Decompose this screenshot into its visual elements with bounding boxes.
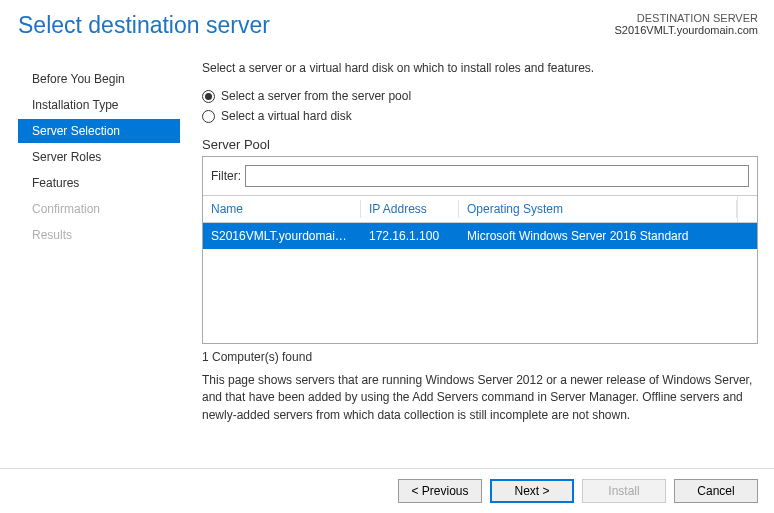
sidebar-item-label: Server Roles xyxy=(32,150,101,164)
column-header-spacer xyxy=(737,196,757,222)
sidebar-item-label: Results xyxy=(32,228,72,242)
sidebar-item-server-selection[interactable]: Server Selection xyxy=(18,119,180,143)
sidebar-item-label: Before You Begin xyxy=(32,72,125,86)
cell-name: S2016VMLT.yourdomain.... xyxy=(203,223,361,249)
radio-virtual-hard-disk[interactable]: Select a virtual hard disk xyxy=(202,109,758,123)
sidebar-item-label: Installation Type xyxy=(32,98,119,112)
cell-os: Microsoft Windows Server 2016 Standard xyxy=(459,223,757,249)
cell-ip: 172.16.1.100 xyxy=(361,223,459,249)
destination-server: S2016VMLT.yourdomain.com xyxy=(615,24,758,36)
install-button: Install xyxy=(582,479,666,503)
sidebar-item-label: Features xyxy=(32,176,79,190)
radio-icon xyxy=(202,90,215,103)
column-header-ip[interactable]: IP Address xyxy=(361,196,459,222)
page-title: Select destination server xyxy=(18,12,270,39)
column-header-os[interactable]: Operating System xyxy=(459,196,737,222)
sidebar-item-features[interactable]: Features xyxy=(18,171,180,195)
next-button[interactable]: Next > xyxy=(490,479,574,503)
server-table-header: Name IP Address Operating System xyxy=(203,196,757,223)
cancel-button[interactable]: Cancel xyxy=(674,479,758,503)
sidebar-item-confirmation: Confirmation xyxy=(18,197,180,221)
table-row[interactable]: S2016VMLT.yourdomain.... 172.16.1.100 Mi… xyxy=(203,223,757,249)
radio-label: Select a server from the server pool xyxy=(221,89,411,103)
filter-label: Filter: xyxy=(211,169,241,183)
server-table-body: S2016VMLT.yourdomain.... 172.16.1.100 Mi… xyxy=(203,223,757,343)
wizard-footer: < Previous Next > Install Cancel xyxy=(0,468,774,513)
destination-label: DESTINATION SERVER xyxy=(615,12,758,24)
radio-server-pool[interactable]: Select a server from the server pool xyxy=(202,89,758,103)
destination-block: DESTINATION SERVER S2016VMLT.yourdomain.… xyxy=(615,12,758,36)
main-panel: Select a server or a virtual hard disk o… xyxy=(202,51,758,424)
previous-button[interactable]: < Previous xyxy=(398,479,482,503)
filter-input[interactable] xyxy=(245,165,749,187)
server-pool-label: Server Pool xyxy=(202,137,758,152)
instruction-text: Select a server or a virtual hard disk o… xyxy=(202,61,758,75)
sidebar-item-label: Server Selection xyxy=(32,124,120,138)
help-text: This page shows servers that are running… xyxy=(202,372,758,424)
sidebar-item-server-roles[interactable]: Server Roles xyxy=(18,145,180,169)
sidebar-item-label: Confirmation xyxy=(32,202,100,216)
sidebar-item-installation-type[interactable]: Installation Type xyxy=(18,93,180,117)
computers-found-label: 1 Computer(s) found xyxy=(202,350,758,364)
sidebar-item-results: Results xyxy=(18,223,180,247)
radio-icon xyxy=(202,110,215,123)
sidebar-item-before-you-begin[interactable]: Before You Begin xyxy=(18,67,180,91)
radio-label: Select a virtual hard disk xyxy=(221,109,352,123)
filter-row: Filter: xyxy=(203,157,757,196)
column-header-name[interactable]: Name xyxy=(203,196,361,222)
server-pool-box: Filter: Name IP Address Operating System… xyxy=(202,156,758,344)
wizard-sidebar: Before You Begin Installation Type Serve… xyxy=(18,51,180,424)
